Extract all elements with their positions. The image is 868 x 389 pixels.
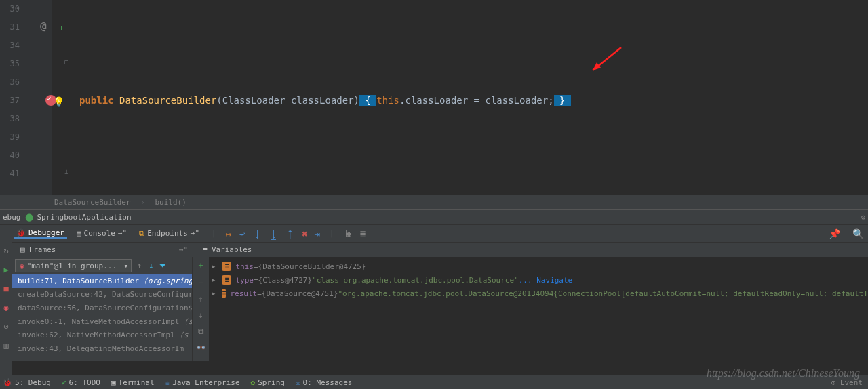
mute-breakpoints-icon[interactable]: ⊘ [3,322,8,331]
stack-frame[interactable]: build:71, DataSourceBuilder (org.springf… [12,274,192,288]
override-icon[interactable]: @ [40,20,47,33]
code-area[interactable]: public DataSourceBuilder(ClassLoader cla… [52,0,868,194]
stack-frame[interactable]: invoke:62, NativeMethodAccessorImpl (s [12,329,192,342]
remove-watch-icon[interactable]: − [198,278,203,287]
spring-icon: ✿ [251,378,256,387]
next-frame-icon[interactable]: ↓ [149,261,153,270]
line-number[interactable]: 38 [0,110,20,128]
variable-row[interactable]: ▶≡this = {DataSourceBuilder@4725} [209,260,868,273]
endpoints-icon: ⧉ [139,229,144,238]
messages-icon: ✉ [296,378,300,387]
debug-panels-header: ▤Frames →" ≡Variables [12,242,868,257]
breadcrumb[interactable]: DataSourceBuilder › build() [0,194,868,209]
frames-panel[interactable]: ◉ "main"@1 in group... ▾ ↑ ↓ ⏷ build:71,… [12,257,193,361]
field-badge-icon: ≡ [222,289,226,298]
new-watch-icon[interactable]: ＋ [197,260,205,271]
trace-icon[interactable]: ≣ [360,228,366,239]
stack-frame[interactable]: createDataSource:42, DataSourceConfigur [12,288,192,302]
evaluate-icon[interactable]: 🖩 [344,228,353,239]
status-debug[interactable]: 🐞5: Debug [3,378,51,387]
expand-icon[interactable]: ▶ [212,290,215,297]
down-icon[interactable]: ↓ [198,310,203,320]
status-todo[interactable]: ✔6: TODO [62,378,100,387]
breadcrumb-item[interactable]: build() [155,198,186,207]
line-number[interactable]: 40 [0,146,20,165]
stack-frame[interactable]: dataSource:56, DataSourceConfiguration$ [12,302,192,315]
navigate-link[interactable]: ... Navigate [519,276,572,285]
line-number[interactable]: 36 [0,73,20,91]
status-messages[interactable]: ✉0: Messages [296,378,352,387]
bug-icon: ⬤ [25,213,33,222]
line-number[interactable]: 34 [0,37,20,55]
variables-icon: ≡ [203,245,208,254]
step-out-icon[interactable]: ⭡ [285,228,295,239]
pin-icon[interactable]: 📌 [829,228,840,239]
debug-tool-window-header[interactable]: ebug ⬤ SpringbootApplication ⚙ [0,209,868,224]
thread-breakpoint-icon: ◉ [20,262,24,270]
run-to-cursor-icon[interactable]: ⇥ [315,228,320,239]
status-terminal[interactable]: ▣Terminal [111,378,155,387]
status-bar: 🐞5: Debug ✔6: TODO ▣Terminal ☕Java Enter… [0,375,868,389]
search-icon[interactable]: 🔍 [852,228,864,239]
line-number[interactable]: 31 [0,18,20,37]
variable-row[interactable]: ▶≡result = {DataSource@4751} "org.apache… [209,287,868,300]
breakpoint-check-icon: ✓ [47,94,52,103]
step-over-icon[interactable]: ⤻ [238,228,246,239]
up-icon[interactable]: ↑ [198,294,203,304]
line-number[interactable]: 37 [0,91,20,110]
line-number[interactable]: 30 [0,0,20,18]
line-number[interactable]: 35 [0,55,20,73]
watches-toolbar: ＋ − ↑ ↓ ⧉ 👓 [193,257,209,361]
field-badge-icon: ≡ [222,262,231,271]
filter-icon[interactable]: ⏷ [159,261,167,270]
line-number-gutter[interactable]: 30 31 34 35 36 37 38 39 40 41 [0,0,24,194]
status-java[interactable]: ☕Java Enterprise [165,378,240,387]
console-icon: ▤ [77,229,81,238]
view-breakpoints-icon[interactable]: ◉ [3,303,8,312]
show-execution-icon[interactable]: ↦ [226,228,231,239]
debug-label: ebug [3,213,21,222]
layout-icon[interactable]: ▥ [3,341,8,350]
tab-console[interactable]: ▤Console→" [74,229,130,238]
gear-icon[interactable]: ⚙ [861,213,865,222]
line-number[interactable]: 39 [0,128,20,146]
copy-icon[interactable]: ⧉ [198,327,204,336]
status-spring[interactable]: ✿Spring [251,378,285,387]
event-log[interactable]: ⊙ Event [831,378,863,387]
run-config-name[interactable]: SpringbootApplication [37,213,132,222]
tab-endpoints[interactable]: ⧉Endpoints→" [136,229,202,238]
event-icon: ⊙ [831,378,836,387]
thread-dropdown[interactable]: ◉ "main"@1 in group... ▾ [15,259,132,272]
rerun-icon[interactable]: ↻ [3,246,8,255]
debug-run-controls: ↻ ▶ ■ ◉ ⊘ ▥ [0,242,12,377]
bug-icon: 🐞 [3,378,12,387]
debugger-toolbar: 🐞Debugger ▤Console→" ⧉Endpoints→" | ↦ ⤻ … [0,224,868,242]
variables-panel[interactable]: ▶≡this = {DataSourceBuilder@4725} ▶≡type… [209,257,868,361]
gutter-icons: @ + ⊟ ⊥ ✓ [24,0,52,194]
java-icon: ☕ [165,378,170,387]
expand-icon[interactable]: ▶ [212,277,215,283]
todo-icon: ✔ [62,378,66,387]
stack-frame[interactable]: invoke0:-1, NativeMethodAccessorImpl (s [12,315,192,329]
expand-icon[interactable]: ▶ [212,263,215,270]
line-number[interactable]: 41 [0,165,20,183]
drop-frame-icon[interactable]: ✖ [302,228,307,239]
step-into-icon[interactable]: ⭣ [253,228,262,239]
terminal-icon: ▣ [111,378,116,387]
debugger-icon: 🐞 [16,228,26,237]
variables-label: Variables [212,245,252,254]
stop-icon[interactable]: ■ [3,284,8,293]
chevron-right-icon: › [140,198,145,207]
prev-frame-icon[interactable]: ↑ [137,261,142,270]
resume-icon[interactable]: ▶ [3,265,8,274]
force-step-into-icon[interactable]: ⭣̲ [269,228,279,239]
chevron-down-icon: ▾ [123,262,128,270]
glasses-icon[interactable]: 👓 [196,343,206,352]
variable-row[interactable]: ▶≡type = {Class@4727} "class org.apache.… [209,273,868,287]
tab-debugger[interactable]: 🐞Debugger [14,228,67,239]
stack-frame[interactable]: invoke:43, DelegatingMethodAccessorIm [12,342,192,356]
field-badge-icon: ≡ [222,275,231,285]
code-editor[interactable]: 30 31 34 35 36 37 38 39 40 41 @ + ⊟ ⊥ ✓ … [0,0,868,194]
breadcrumb-item[interactable]: DataSourceBuilder [54,198,131,207]
frames-label: Frames [29,245,56,254]
